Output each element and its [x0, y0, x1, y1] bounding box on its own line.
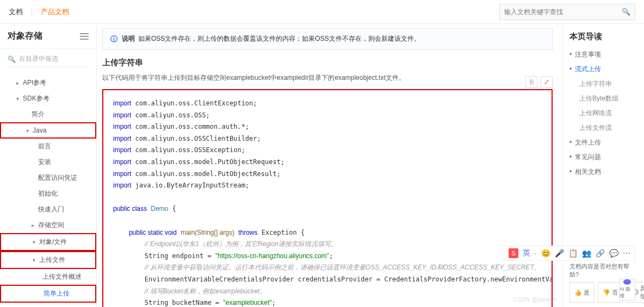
nav-doc[interactable]: 文档 — [9, 7, 23, 17]
ai-assistant[interactable]: AI 助理 — [619, 279, 635, 300]
collapse-icon[interactable] — [80, 33, 89, 40]
toc-list: 注意事项流式上传上传字符串上传Byte数组上传网络流上传文件流文件上传常见问题相… — [569, 47, 637, 179]
filter-icon: 🔍 — [8, 55, 16, 63]
toc-item[interactable]: 注意事项 — [569, 47, 637, 62]
nav-item[interactable]: ▾Java — [0, 122, 96, 139]
toc-item[interactable]: 上传Byte数组 — [569, 91, 637, 106]
fb-yes[interactable]: 👍 是 — [569, 282, 595, 303]
nav-item[interactable]: 初始化 — [0, 186, 96, 202]
main-content: ⓘ 说明如果OSS文件存在，则上传的数据会覆盖该文件的内容；如果OSS文件不存在… — [97, 24, 562, 307]
divider — [32, 8, 32, 16]
nav-item[interactable]: 安装 — [0, 154, 96, 170]
toc-title: 本页导读 — [569, 32, 637, 42]
watermark: CSDN @yanxuri — [513, 296, 557, 303]
nav-item[interactable]: ▾SDK参考 — [0, 91, 96, 106]
section-desc: 以下代码用于将字符串上传到目标存储空间examplebucket中example… — [102, 73, 553, 83]
nav-tree: ▸API参考▾SDK参考简介▾Java前言安装配置访问凭证初始化快速入门▸存储空… — [0, 73, 96, 307]
nav-item[interactable]: 前言 — [0, 139, 96, 154]
copy-icon[interactable]: ⎘ — [525, 76, 537, 88]
notice-box: ⓘ 说明如果OSS文件存在，则上传的数据会覆盖该文件的内容；如果OSS文件不存在… — [102, 28, 553, 50]
toc-item[interactable]: 相关文档 — [569, 165, 637, 179]
toc-item[interactable]: 文件上传 — [569, 135, 637, 150]
nav-item[interactable]: ▸API参考 — [0, 75, 96, 91]
search-box[interactable]: 🔍 — [499, 4, 635, 20]
nav-item[interactable]: 表单上传 — [0, 303, 96, 307]
nav-item[interactable]: 简单上传 — [0, 285, 96, 303]
code-block[interactable]: import com.aliyun.oss.ClientException; i… — [102, 89, 553, 307]
toc-item[interactable]: 上传文件流 — [569, 121, 637, 135]
nav-item[interactable]: 上传文件概述 — [0, 269, 96, 285]
toc-item[interactable]: 常见问题 — [569, 150, 637, 165]
nav-item[interactable]: ▾上传文件 — [0, 251, 96, 269]
nav-item[interactable]: 简介 — [0, 106, 96, 122]
expand-icon[interactable]: ⤢ — [541, 76, 553, 88]
nav-item[interactable]: ▸存储空间 — [0, 217, 96, 233]
sidebar-filter[interactable]: 🔍 在目录中筛选 — [8, 54, 89, 67]
right-panel: 本页导读 注意事项流式上传上传字符串上传Byte数组上传网络流上传文件流文件上传… — [562, 24, 644, 307]
search-icon[interactable]: 🔍 — [622, 8, 630, 16]
nav-product-doc[interactable]: 产品文档 — [41, 7, 69, 17]
nav-item[interactable]: 配置访问凭证 — [0, 170, 96, 186]
nav-item[interactable]: ▾对象/文件 — [0, 233, 96, 251]
search-input[interactable] — [504, 8, 622, 16]
info-icon: ⓘ — [110, 34, 117, 44]
toc-item[interactable]: 上传网络流 — [569, 106, 637, 121]
top-bar: 文档 产品文档 🔍 — [0, 0, 644, 24]
ime-dock[interactable]: S英·😊🎤📋👥🔗💬⋯ — [504, 246, 635, 261]
section-title: 上传字符串 — [102, 58, 553, 68]
toc-item[interactable]: 上传字符串 — [569, 77, 637, 91]
toc-item[interactable]: 流式上传 — [569, 62, 637, 77]
sidebar: 对象存储 🔍 在目录中筛选 ▸API参考▾SDK参考简介▾Java前言安装配置访… — [0, 24, 97, 307]
sidebar-title: 对象存储 — [8, 30, 42, 42]
nav-item[interactable]: 快速入门 — [0, 202, 96, 217]
